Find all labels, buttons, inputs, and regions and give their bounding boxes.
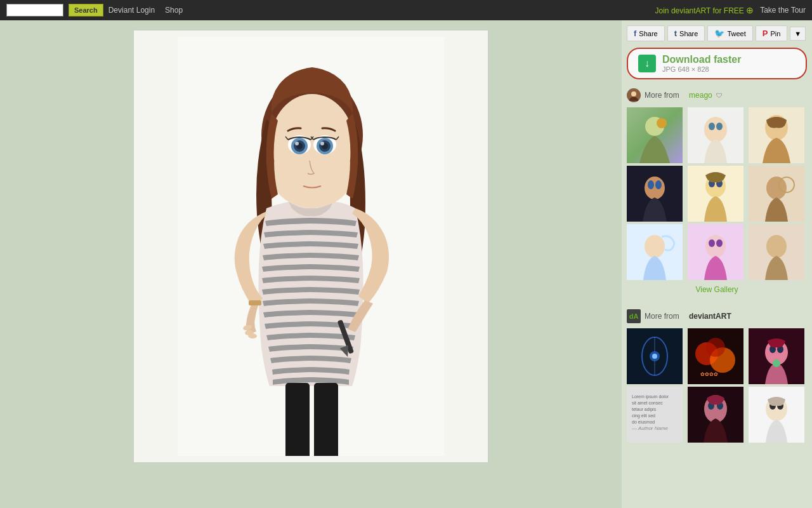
thumb-item[interactable]: [688, 166, 743, 222]
tumblr-share-button[interactable]: t Share: [667, 25, 705, 41]
deviant-login-link[interactable]: Deviant Login: [108, 6, 155, 15]
svg-rect-19: [285, 383, 310, 456]
svg-point-13: [320, 142, 324, 145]
svg-point-47: [705, 235, 726, 258]
svg-text:Lorem ipsum dolor: Lorem ipsum dolor: [632, 394, 669, 399]
svg-text:✿✿✿✿: ✿✿✿✿: [700, 371, 718, 377]
tumblr-icon: t: [674, 29, 677, 38]
join-link[interactable]: Join deviantART for FREE ⊕: [655, 5, 754, 15]
content-area: [0, 20, 622, 508]
shop-link[interactable]: Shop: [165, 6, 183, 15]
download-icon: ↓: [638, 55, 656, 72]
svg-point-56: [652, 354, 657, 359]
pinterest-icon: P: [763, 29, 768, 38]
download-section[interactable]: ↓ Download faster JPG 648 × 828: [627, 48, 807, 79]
header-right: Join deviantART for FREE ⊕ Take the Tour: [655, 5, 806, 15]
svg-text:— Author Name: — Author Name: [631, 425, 669, 431]
da-thumb-item[interactable]: [627, 328, 683, 384]
artist-link[interactable]: meago: [689, 91, 712, 100]
svg-point-29: [709, 123, 715, 130]
da-thumb-item[interactable]: [749, 328, 804, 384]
svg-point-23: [631, 91, 636, 97]
facebook-icon: f: [634, 29, 636, 38]
svg-point-28: [704, 117, 727, 142]
artwork-display: [134, 30, 488, 462]
facebook-share-button[interactable]: f Share: [627, 25, 665, 41]
artwork-image: [178, 37, 444, 456]
svg-point-48: [709, 239, 715, 247]
thumb-item[interactable]: [627, 166, 683, 222]
pin-label: Pin: [770, 30, 780, 37]
more-from-artist-header: More from meago 🛡: [627, 88, 807, 102]
search-button[interactable]: Search: [69, 4, 103, 17]
more-from-da-prefix: More from: [645, 312, 679, 321]
download-text-area: Download faster JPG 648 × 828: [662, 54, 741, 73]
view-gallery-section: View Gallery: [627, 285, 807, 294]
tumblr-share-label: Share: [679, 30, 698, 37]
facebook-share-label: Share: [639, 30, 657, 37]
svg-rect-20: [314, 383, 338, 456]
da-thumb-item[interactable]: [749, 387, 804, 443]
sidebar: f Share t Share 🐦 Tweet P Pin ▼ ↓: [622, 20, 812, 508]
thumb-item[interactable]: [749, 166, 804, 222]
da-thumb-item[interactable]: [688, 387, 743, 443]
social-buttons: f Share t Share 🐦 Tweet P Pin ▼: [627, 25, 807, 41]
artwork-container: [133, 30, 488, 463]
svg-point-45: [645, 235, 665, 258]
twitter-icon: 🐦: [714, 29, 724, 38]
svg-point-36: [655, 180, 662, 189]
pin-button[interactable]: P Pin: [756, 25, 788, 41]
thumb-item[interactable]: [627, 107, 683, 163]
svg-point-18: [295, 142, 299, 145]
da-thumb-item[interactable]: ✿✿✿✿: [688, 328, 743, 384]
header-nav: Deviant Login Shop: [108, 6, 183, 15]
main-layout: f Share t Share 🐦 Tweet P Pin ▼ ↓: [0, 20, 812, 508]
svg-point-51: [766, 235, 787, 258]
svg-rect-21: [249, 300, 261, 305]
download-main-text: Download faster: [662, 54, 741, 65]
svg-point-35: [648, 180, 654, 189]
more-from-da-header: dA More from deviantART: [627, 309, 807, 323]
da-logo: dA: [627, 309, 641, 323]
svg-point-42: [766, 177, 787, 199]
svg-point-60: [706, 338, 725, 357]
artist-avatar: [627, 88, 641, 102]
svg-text:sit amet consec: sit amet consec: [632, 401, 663, 405]
join-icon: ⊕: [746, 5, 754, 15]
da-brand: deviantART: [689, 312, 731, 321]
svg-text:cing elit sed: cing elit sed: [632, 413, 655, 418]
thumb-item[interactable]: [627, 224, 683, 280]
more-from-prefix: More from: [645, 91, 679, 100]
tweet-button[interactable]: 🐦 Tweet: [707, 25, 752, 41]
tour-link[interactable]: Take the Tour: [760, 6, 806, 15]
tweet-label: Tweet: [727, 30, 745, 37]
thumb-item[interactable]: [688, 107, 743, 163]
da-thumb-item[interactable]: Lorem ipsum dolor sit amet consec tetaur…: [627, 387, 683, 443]
avatar-image: [627, 88, 641, 102]
header-left: Search Deviant Login Shop: [6, 4, 183, 17]
svg-text:tetaur adipis: tetaur adipis: [632, 407, 657, 412]
social-more-button[interactable]: ▼: [790, 27, 806, 41]
svg-point-66: [773, 359, 780, 367]
da-thumb-grid: ✿✿✿✿ Lorem ipsum dolor sit amet consec t: [627, 328, 807, 443]
download-specs: JPG 648 × 828: [662, 65, 741, 73]
view-gallery-link[interactable]: View Gallery: [695, 285, 738, 294]
search-input[interactable]: [6, 4, 63, 17]
artist-verified-icon: 🛡: [716, 92, 723, 99]
svg-point-49: [716, 239, 723, 247]
svg-point-30: [716, 123, 723, 130]
thumb-item[interactable]: [688, 224, 743, 280]
header: Search Deviant Login Shop Join deviantAR…: [0, 0, 812, 20]
svg-point-26: [657, 118, 667, 128]
artist-thumb-grid: [627, 107, 807, 280]
thumb-item[interactable]: [749, 224, 804, 280]
svg-text:do eiusmod: do eiusmod: [632, 420, 655, 424]
thumb-item[interactable]: [749, 107, 804, 163]
svg-point-34: [645, 177, 665, 199]
